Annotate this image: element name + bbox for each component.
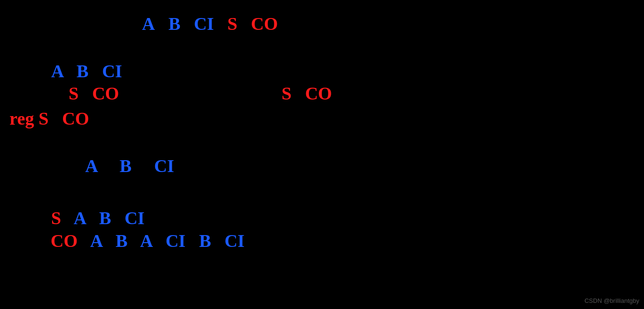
line6-CI2: CI [224,231,244,251]
line2-abc: A B CI [51,61,122,82]
line2-A: A [51,61,63,81]
line4-A: A [85,156,97,176]
line2-S-right: S [282,83,291,103]
line2-CO-left: CO [92,83,119,103]
line6-B1: B [115,231,127,251]
main-content: A B CI S CO A B CI S CO S CO reg S CO A … [0,0,644,309]
line5-CI: CI [124,208,144,228]
line6-CI1: CI [166,231,185,251]
line6-B2: B [199,231,211,251]
line3-reg-sco: reg S CO [9,108,89,130]
line5-S: S [51,208,61,228]
line5-A: A [74,208,86,228]
line3-CO: CO [62,109,89,128]
line4-CI: CI [154,156,174,176]
line1: A B CI S CO [142,13,278,35]
line6-CO: CO [51,231,78,251]
line1-A: A [142,13,155,35]
watermark: CSDN @brilliantgby [584,297,639,304]
line1-CI: CI [194,13,214,35]
line1-B: B [168,13,180,35]
line6-A2: A [140,231,152,251]
line4-abc: A B CI [85,155,174,177]
line5-B: B [99,208,111,228]
line2-S-left: S [69,83,79,103]
line1-CO: CO [251,13,278,35]
line2-CI: CI [102,61,122,81]
line4-B: B [120,156,132,176]
line2-CO-right: CO [305,83,332,103]
line6-coababcibi: CO A B A CI B CI [51,230,245,252]
line1-S: S [228,13,238,35]
line6-A1: A [90,231,102,251]
line5-sabc: S A B CI [51,208,145,229]
line2-B: B [77,61,88,81]
line3-S: S [39,109,49,128]
line2-sco-left: S CO [69,83,119,105]
line2-sco-right: S CO [282,83,332,105]
line3-reg: reg [9,109,34,128]
